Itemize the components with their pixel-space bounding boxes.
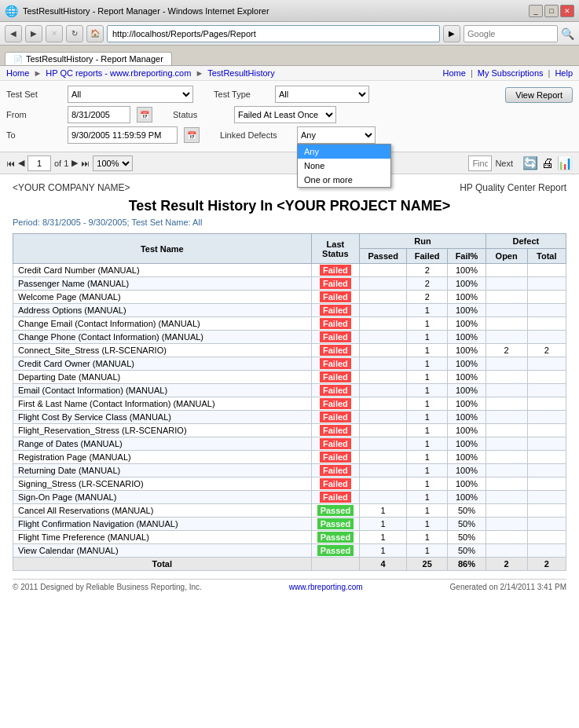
cell-total [527,544,566,558]
linked-defects-select[interactable]: Any None One or more [297,126,376,144]
cell-total [527,437,566,451]
cell-test-name: First & Last Name (Contact Information) … [13,397,312,411]
export-icon[interactable]: 📊 [557,155,573,170]
cell-status: Failed [311,371,360,384]
cell-test-name: Signing_Stress (LR-SCENARIO) [13,477,312,491]
home-nav-button[interactable]: 🏠 [86,25,104,42]
cell-status: Passed [311,518,360,531]
first-page-button[interactable]: ⏮ [6,159,15,168]
filter-row-1: Test Set All Test Type All View Report [6,86,573,103]
last-page-button[interactable]: ⏭ [81,159,90,168]
minimize-button[interactable]: _ [529,5,543,17]
test-type-select[interactable]: All [275,86,369,103]
close-button[interactable]: ✕ [560,5,574,17]
cell-fail-pct: 50% [448,504,486,518]
cell-passed [360,424,407,437]
cell-total [527,384,566,397]
footer-copyright: © 2011 Designed by Reliable Business Rep… [13,583,202,591]
table-row: Range of Dates (MANUAL) Failed 1 100% [13,437,566,451]
stop-button[interactable]: ✕ [46,25,63,42]
tab-label: TestResultHistory - Report Manager [26,54,163,64]
cell-failed: 1 [407,371,448,384]
breadcrumb-help[interactable]: Help [555,68,573,78]
forward-button[interactable]: ▶ [25,25,42,42]
col-total: Total [527,249,566,264]
from-calendar-icon[interactable]: 📅 [137,107,152,123]
cell-passed: 1 [360,518,407,531]
page-input[interactable] [27,155,51,171]
cell-test-name: Flight Confirmation Navigation (MANUAL) [13,518,312,531]
cell-fail-pct: 100% [448,411,486,424]
cell-open [486,331,527,344]
dropdown-option-one-or-more[interactable]: One or more [298,173,390,187]
cell-open [486,317,527,331]
table-row: Departing Date (MANUAL) Failed 1 100% [13,371,566,384]
browser-nav: ◀ ▶ ✕ ↻ 🏠 ▶ 🔍 [0,22,579,46]
dropdown-option-any[interactable]: Any [298,145,390,159]
cell-failed: 1 [407,477,448,491]
breadcrumb-home[interactable]: Home [6,68,29,78]
cell-test-name: Returning Date (MANUAL) [13,464,312,477]
cell-passed [360,451,407,464]
test-set-select[interactable]: All [68,86,193,103]
breadcrumb-right-home[interactable]: Home [443,68,466,78]
table-row: Cancel All Reservations (MANUAL) Passed … [13,504,566,518]
breadcrumb-subscriptions[interactable]: My Subscriptions [478,68,544,78]
search-icon[interactable]: 🔍 [561,27,574,40]
cell-test-name: Address Options (MANUAL) [13,304,312,317]
dropdown-option-none[interactable]: None [298,159,390,173]
cell-failed: 1 [407,397,448,411]
cell-open [486,504,527,518]
test-set-label: Test Set [6,90,61,99]
cell-status: Failed [311,344,360,357]
cell-total [527,477,566,491]
cell-total [527,411,566,424]
cell-fail-pct: 100% [448,424,486,437]
report-header-row: <YOUR COMPANY NAME> HP Quality Center Re… [13,182,566,193]
cell-status: Passed [311,504,360,518]
linked-defects-label: Linked Defects [220,130,291,140]
table-row: Passenger Name (MANUAL) Failed 2 100% [13,277,566,291]
cell-open [486,464,527,477]
view-report-button[interactable]: View Report [505,87,573,103]
footer-generated: Generated on 2/14/2011 3:41 PM [450,583,566,591]
breadcrumb-current[interactable]: TestResultHistory [207,68,275,78]
from-input[interactable] [68,106,130,123]
refresh-icon[interactable]: 🔄 [522,155,538,170]
table-row: Credit Card Owner (MANUAL) Failed 1 100% [13,357,566,371]
breadcrumb-hpqc[interactable]: HP QC reports - www.rbreporting.com [46,68,191,78]
from-label: From [6,110,61,119]
go-button[interactable]: ▶ [443,25,460,42]
table-row: Signing_Stress (LR-SCENARIO) Failed 1 10… [13,477,566,491]
search-bar[interactable] [464,25,558,42]
cell-test-name: Cancel All Reservations (MANUAL) [13,504,312,518]
cell-passed: 1 [360,531,407,544]
prev-page-button[interactable]: ◀ [18,158,24,168]
zoom-select[interactable]: 100% 75% 50% 150% [93,155,133,171]
find-next-button[interactable]: Next [495,159,513,168]
refresh-button[interactable]: ↻ [66,25,83,42]
address-bar[interactable] [107,25,440,42]
next-page-button[interactable]: ▶ [71,158,78,168]
status-select[interactable]: Failed At Least Once [234,106,336,123]
col-run-group: Run [360,234,486,249]
to-calendar-icon[interactable]: 📅 [184,127,200,143]
cell-test-name: Flight Cost By Service Class (MANUAL) [13,411,312,424]
cell-test-name: Flight Time Preference (MANUAL) [13,531,312,544]
cell-total [527,304,566,317]
cell-test-name: Welcome Page (MANUAL) [13,291,312,304]
footer-website[interactable]: www.rbreporting.com [289,583,363,591]
cell-status: Failed [311,277,360,291]
cell-failed: 2 [407,277,448,291]
window-title: TestResultHistory - Report Manager - Win… [23,6,269,16]
pagination-bar: ⏮ ◀ of 1 ▶ ⏭ 100% 75% 50% 150% Next 🔄 🖨 … [0,152,579,174]
find-input[interactable] [468,155,492,171]
maximize-button[interactable]: □ [544,5,559,17]
back-button[interactable]: ◀ [5,25,22,42]
cell-status: Failed [311,451,360,464]
to-label: To [6,130,61,140]
active-tab[interactable]: 📄 TestResultHistory - Report Manager [5,52,172,65]
cell-passed: 1 [360,544,407,558]
to-input[interactable] [68,126,178,144]
print-icon[interactable]: 🖨 [541,156,554,170]
